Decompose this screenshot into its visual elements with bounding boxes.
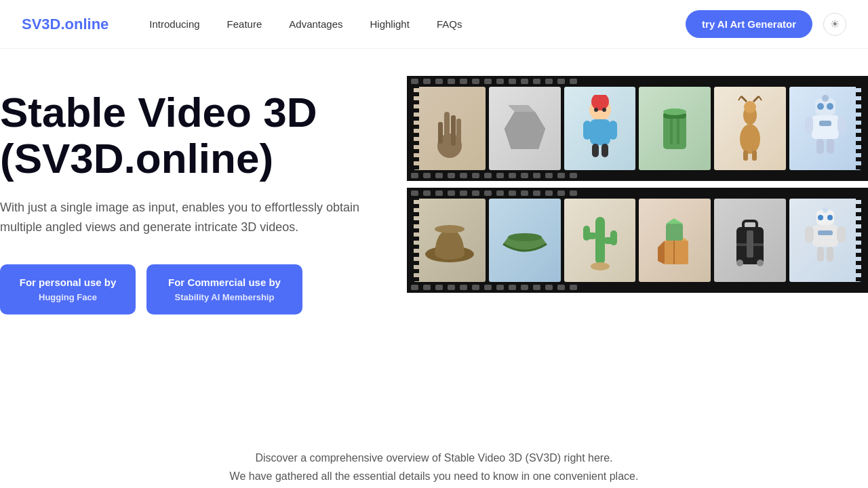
svg-rect-11 <box>590 119 610 145</box>
film-cell-1-5 <box>714 87 786 170</box>
filmstrip-images-1 <box>407 76 868 181</box>
film-cell-2-5 <box>714 199 786 282</box>
obj-glove <box>414 87 486 170</box>
svg-point-25 <box>744 101 756 113</box>
nav-feature[interactable]: Feature <box>227 18 262 30</box>
hero-section: Stable Video 3D (SV3D.online) With just … <box>0 49 868 415</box>
svg-rect-68 <box>805 226 814 243</box>
bottom-line2: We have gathered all the essential detai… <box>14 467 854 485</box>
personal-line2: Hugging Face <box>39 292 97 302</box>
obj-robot-2 <box>789 199 861 282</box>
film-cell-2-4 <box>639 199 711 282</box>
svg-rect-2 <box>451 115 456 146</box>
sun-icon: ☀ <box>830 18 840 30</box>
obj-robot-1 <box>789 87 861 170</box>
nav-advantages[interactable]: Advantages <box>289 18 342 30</box>
svg-line-29 <box>759 96 762 100</box>
svg-point-63 <box>757 260 764 266</box>
nav-introducing[interactable]: Introducing <box>149 18 199 30</box>
svg-point-33 <box>817 103 824 110</box>
personal-use-button[interactable]: For personal use by Hugging Face <box>0 264 136 314</box>
hero-title: Stable Video 3D (SV3D.online) <box>0 89 380 182</box>
svg-point-66 <box>827 215 833 220</box>
obj-bucket <box>639 87 711 170</box>
svg-rect-31 <box>752 150 757 161</box>
logo[interactable]: SV3D.online <box>22 16 108 33</box>
svg-rect-4 <box>438 122 443 144</box>
obj-cactus <box>564 199 636 282</box>
svg-rect-48 <box>583 226 590 241</box>
main-nav: Introducing Feature Advantages Highlight… <box>149 18 686 30</box>
commercial-use-button[interactable]: For Commercial use by Stability AI Membe… <box>146 264 302 314</box>
obj-packages <box>639 199 711 282</box>
svg-point-51 <box>591 262 610 270</box>
hero-buttons: For personal use by Hugging Face For Com… <box>0 264 380 314</box>
filmstrip-images-2 <box>407 188 868 293</box>
svg-rect-21 <box>677 119 679 144</box>
film-cell-2-1 <box>414 199 486 282</box>
svg-rect-61 <box>747 230 753 258</box>
svg-rect-12 <box>583 121 591 140</box>
svg-marker-56 <box>666 218 683 224</box>
svg-line-26 <box>741 96 747 102</box>
svg-rect-67 <box>812 225 838 247</box>
personal-line1: For personal use by <box>20 277 117 288</box>
svg-point-65 <box>818 215 823 220</box>
svg-rect-71 <box>827 247 833 262</box>
svg-point-41 <box>822 95 829 102</box>
obj-boat <box>489 199 561 282</box>
svg-rect-38 <box>816 139 824 154</box>
svg-point-17 <box>602 108 606 112</box>
theme-toggle-button[interactable]: ☀ <box>823 13 846 36</box>
obj-stone <box>489 87 561 170</box>
svg-rect-15 <box>601 144 608 157</box>
film-cell-2-6 <box>789 199 861 282</box>
header-right: try AI Art Generator ☀ <box>686 10 846 38</box>
svg-point-62 <box>736 260 743 266</box>
svg-point-45 <box>508 233 542 241</box>
header: SV3D.online Introducing Feature Advantag… <box>0 0 868 49</box>
svg-point-22 <box>663 108 686 115</box>
obj-deer <box>714 87 786 170</box>
film-cell-2-3 <box>564 199 636 282</box>
svg-rect-69 <box>837 226 846 243</box>
svg-rect-46 <box>595 217 605 264</box>
hero-subtitle: With just a single image as input, enabl… <box>0 198 380 237</box>
svg-rect-55 <box>666 224 683 241</box>
svg-rect-52 <box>665 241 688 264</box>
svg-rect-70 <box>817 247 824 262</box>
nav-faqs[interactable]: FAQs <box>437 18 462 30</box>
filmstrip-row-2 <box>407 188 868 293</box>
svg-point-44 <box>435 225 465 233</box>
obj-hat <box>414 199 486 282</box>
svg-rect-20 <box>670 119 673 144</box>
svg-point-73 <box>823 207 828 213</box>
nav-highlight[interactable]: Highlight <box>370 18 410 30</box>
svg-rect-35 <box>812 115 839 139</box>
film-cell-1-1 <box>414 87 486 170</box>
film-cell-1-4 <box>639 87 711 170</box>
svg-rect-72 <box>818 230 833 235</box>
hero-left: Stable Video 3D (SV3D.online) With just … <box>0 89 380 388</box>
svg-rect-36 <box>805 117 813 134</box>
svg-rect-3 <box>456 119 461 144</box>
svg-rect-40 <box>819 121 831 126</box>
svg-point-16 <box>594 108 598 112</box>
svg-line-27 <box>753 96 759 102</box>
svg-marker-7 <box>505 112 545 149</box>
svg-rect-37 <box>837 117 846 134</box>
try-ai-button[interactable]: try AI Art Generator <box>686 10 812 38</box>
svg-line-28 <box>738 96 741 100</box>
svg-rect-39 <box>827 139 834 154</box>
commercial-line2: Stability AI Membership <box>175 292 275 302</box>
commercial-line1: For Commercial use by <box>168 277 281 288</box>
svg-rect-13 <box>609 121 617 140</box>
svg-point-23 <box>740 124 760 154</box>
svg-rect-50 <box>610 230 617 245</box>
film-cell-1-3 <box>564 87 636 170</box>
obj-character <box>564 87 636 170</box>
svg-rect-14 <box>592 144 599 157</box>
svg-marker-54 <box>658 241 665 264</box>
svg-point-34 <box>827 103 833 110</box>
svg-rect-59 <box>743 221 757 229</box>
